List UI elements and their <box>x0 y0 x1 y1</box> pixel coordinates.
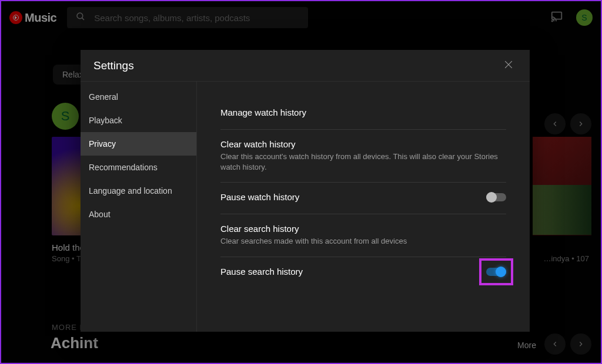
app-root: Music S Relax S Hold the… Song • T… …ind… <box>0 0 602 364</box>
row-pause-search-history: Pause search history <box>220 257 506 288</box>
sidebar-item-language-location[interactable]: Language and location <box>81 179 196 203</box>
settings-sidebar: General Playback Privacy Recommendations… <box>81 82 197 332</box>
settings-content: Manage watch history Clear watch history… <box>197 82 530 332</box>
close-icon[interactable] <box>500 56 517 75</box>
sidebar-item-recommendations[interactable]: Recommendations <box>81 156 196 179</box>
sidebar-item-general[interactable]: General <box>81 85 196 109</box>
pause-watch-history-toggle[interactable] <box>486 193 506 201</box>
sidebar-item-privacy[interactable]: Privacy <box>81 132 196 156</box>
settings-modal: Settings General Playback Privacy Recomm… <box>81 50 530 332</box>
setting-desc: Clear this account's watch history from … <box>220 151 506 173</box>
sidebar-item-playback[interactable]: Playback <box>81 109 196 132</box>
setting-title: Pause search history <box>220 267 486 277</box>
pause-search-history-toggle[interactable] <box>486 268 506 276</box>
row-manage-watch-history[interactable]: Manage watch history <box>220 98 506 130</box>
setting-title: Pause watch history <box>220 192 486 202</box>
setting-title[interactable]: Clear search history <box>220 224 506 234</box>
setting-title[interactable]: Manage watch history <box>220 107 506 117</box>
row-clear-search-history[interactable]: Clear search history Clear searches made… <box>220 214 506 257</box>
row-pause-watch-history: Pause watch history <box>220 183 506 214</box>
modal-header: Settings <box>81 50 530 82</box>
setting-desc: Clear searches made with this account fr… <box>220 236 506 247</box>
sidebar-item-about[interactable]: About <box>81 203 196 226</box>
modal-body: General Playback Privacy Recommendations… <box>81 82 530 332</box>
setting-title[interactable]: Clear watch history <box>220 139 506 149</box>
row-clear-watch-history[interactable]: Clear watch history Clear this account's… <box>220 130 506 183</box>
modal-title: Settings <box>93 59 134 72</box>
